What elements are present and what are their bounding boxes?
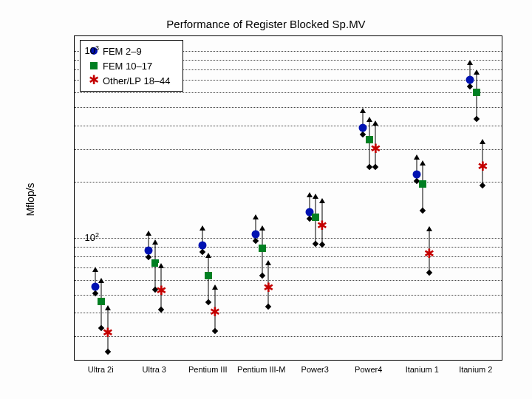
arrow-up-icon <box>152 239 158 245</box>
chart-title: Performance of Register Blocked Sp.MV <box>0 18 532 30</box>
square-marker <box>205 272 212 279</box>
grid-line <box>75 280 502 281</box>
legend-item: ✱ Other/LP 18–44 <box>85 73 178 88</box>
grid-line <box>75 182 502 183</box>
diamond-icon <box>259 272 265 278</box>
x-tick-label: Power3 <box>301 365 329 374</box>
circle-marker <box>145 247 153 255</box>
arrow-up-icon <box>420 160 426 166</box>
y-tick-label: 103 <box>85 44 99 56</box>
range-bar <box>423 166 423 211</box>
circle-marker <box>359 123 367 132</box>
square-marker <box>151 259 159 267</box>
arrow-up-icon <box>474 69 480 75</box>
range-bar <box>476 75 477 120</box>
square-marker <box>473 89 480 96</box>
circle-marker <box>198 241 206 249</box>
diamond-icon <box>474 116 480 122</box>
asterisk-icon: ✱ <box>85 75 103 86</box>
circle-marker <box>466 76 474 84</box>
arrow-up-icon <box>480 139 485 144</box>
arrow-up-icon <box>205 253 211 258</box>
diamond-icon <box>480 182 485 188</box>
range-bar <box>208 258 209 303</box>
circle-marker <box>252 231 260 239</box>
asterisk-marker: ✱ <box>317 221 327 231</box>
arrow-up-icon <box>319 198 325 203</box>
grid-line <box>75 126 502 126</box>
legend-item: FEM 10–17 <box>85 58 178 73</box>
x-tick-label: Power4 <box>355 365 382 374</box>
asterisk-marker: ✱ <box>424 249 434 259</box>
arrow-up-icon <box>426 226 432 231</box>
square-marker <box>419 180 426 188</box>
asterisk-marker: ✱ <box>478 162 488 172</box>
legend-label: FEM 10–17 <box>103 61 152 72</box>
diamond-icon <box>372 164 378 170</box>
range-bar <box>316 199 316 244</box>
diamond-icon <box>105 349 111 355</box>
grid-line <box>75 267 502 268</box>
x-tick-label: Ultra 3 <box>143 365 166 374</box>
grid-line <box>75 336 502 337</box>
grid-line <box>75 295 502 296</box>
grid-line <box>75 247 502 248</box>
diamond-icon <box>426 270 432 276</box>
range-bar <box>369 122 369 167</box>
grid-line <box>75 92 502 93</box>
diamond-icon <box>199 249 205 255</box>
circle-marker <box>412 170 420 178</box>
arrow-up-icon <box>253 214 259 219</box>
arrow-up-icon <box>259 225 265 231</box>
diamond-icon <box>212 328 218 334</box>
grid-line <box>75 256 502 257</box>
diamond-icon <box>313 240 318 246</box>
diamond-icon <box>92 290 98 296</box>
circle-marker <box>91 283 99 291</box>
diamond-icon <box>158 307 164 313</box>
square-icon <box>85 62 103 69</box>
square-marker <box>98 298 105 305</box>
x-tick-label: Itanium 1 <box>406 365 439 374</box>
arrow-up-icon <box>158 263 164 268</box>
diamond-icon <box>420 208 426 214</box>
x-tick-label: Pentium III-M <box>237 365 285 374</box>
asterisk-marker: ✱ <box>210 307 219 318</box>
range-bar <box>262 231 262 276</box>
diamond-icon <box>265 304 271 310</box>
arrow-up-icon <box>307 192 313 197</box>
grid-line <box>75 149 502 150</box>
arrow-up-icon <box>366 117 372 122</box>
arrow-up-icon <box>105 305 111 310</box>
range-bar <box>154 245 155 290</box>
arrow-up-icon <box>98 278 104 283</box>
arrow-up-icon <box>92 267 98 272</box>
arrow-up-icon <box>372 120 378 126</box>
y-tick-label: 102 <box>85 231 99 243</box>
arrow-up-icon <box>265 260 271 265</box>
legend-label: FEM 2–9 <box>103 46 142 57</box>
arrow-up-icon <box>200 225 205 231</box>
square-marker <box>259 245 266 252</box>
x-tick-label: Ultra 2i <box>88 365 114 374</box>
arrow-up-icon <box>414 154 420 160</box>
grid-line <box>75 238 502 239</box>
arrow-up-icon <box>313 194 318 199</box>
grid-line <box>75 313 502 313</box>
range-bar <box>101 283 102 328</box>
asterisk-marker: ✱ <box>103 328 112 338</box>
arrow-up-icon <box>212 284 218 290</box>
arrow-up-icon <box>467 60 473 65</box>
arrow-up-icon <box>360 108 366 113</box>
y-axis-label: Mflop/s <box>24 183 36 216</box>
asterisk-marker: ✱ <box>264 283 273 293</box>
legend-label: Other/LP 18–44 <box>103 75 171 86</box>
x-tick-label: Itanium 2 <box>459 365 492 374</box>
chart-container: Performance of Register Blocked Sp.MV Mf… <box>0 0 532 399</box>
arrow-up-icon <box>146 231 151 236</box>
asterisk-marker: ✱ <box>371 144 381 154</box>
asterisk-marker: ✱ <box>157 286 166 296</box>
x-tick-label: Pentium III <box>188 365 228 374</box>
grid-line <box>75 107 502 108</box>
